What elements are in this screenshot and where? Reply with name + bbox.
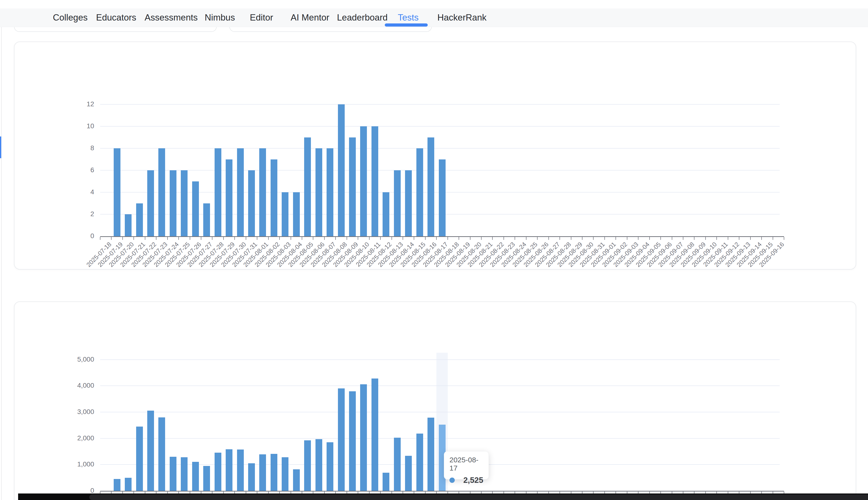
- tab-tests[interactable]: Tests: [398, 13, 419, 23]
- bar-2025-08-15[interactable]: [417, 434, 423, 491]
- bar-2025-08-06[interactable]: [316, 439, 322, 491]
- bar-2025-08-04[interactable]: [293, 469, 300, 491]
- bar-2025-08-13[interactable]: [394, 438, 401, 491]
- bar-2025-07-21[interactable]: [136, 427, 143, 491]
- tab-editor[interactable]: Editor: [250, 13, 273, 23]
- bar-2025-08-07[interactable]: [327, 442, 333, 491]
- left-scrollbar-track: [1, 27, 2, 500]
- bar-2025-07-30[interactable]: [237, 450, 244, 491]
- bar-2025-07-26[interactable]: [192, 462, 199, 491]
- bar-2025-07-22[interactable]: [147, 170, 154, 236]
- bar-2025-08-16[interactable]: [427, 418, 434, 491]
- bar-2025-08-09[interactable]: [349, 391, 356, 491]
- tab-ai-mentor[interactable]: AI Mentor: [291, 13, 329, 23]
- bar-2025-08-11[interactable]: [372, 126, 378, 236]
- bar-2025-08-04[interactable]: [293, 192, 300, 236]
- bar-2025-07-24[interactable]: [170, 457, 176, 491]
- bar-2025-07-23[interactable]: [159, 148, 165, 236]
- bar-2025-07-19[interactable]: [114, 479, 120, 491]
- tab-hackerrank[interactable]: HackerRank: [437, 13, 486, 23]
- bar-2025-07-31[interactable]: [248, 170, 255, 236]
- bar-2025-07-27[interactable]: [203, 466, 210, 491]
- bar-2025-08-10[interactable]: [360, 384, 367, 491]
- tab-assessments[interactable]: Assessments: [144, 13, 198, 23]
- bar-2025-07-28[interactable]: [214, 453, 221, 491]
- bar-2025-08-16[interactable]: [427, 137, 434, 237]
- tab-educators[interactable]: Educators: [96, 13, 137, 23]
- bar-2025-07-19[interactable]: [114, 148, 120, 236]
- bar-2025-08-17[interactable]: [439, 159, 446, 237]
- bar-2025-07-24[interactable]: [170, 170, 176, 236]
- bar-2025-08-12[interactable]: [383, 192, 389, 236]
- bar-2025-08-02[interactable]: [271, 159, 277, 237]
- bar-2025-07-28[interactable]: [214, 148, 221, 236]
- bar-2025-07-22[interactable]: [147, 411, 154, 491]
- tab-colleges[interactable]: Colleges: [53, 13, 87, 23]
- top-navbar: CollegesEducatorsAssessmentsNimbusEditor…: [0, 9, 868, 27]
- tooltip-value: 2,525: [463, 476, 483, 485]
- bar-2025-07-29[interactable]: [226, 449, 233, 491]
- page-root: CollegesEducatorsAssessmentsNimbusEditor…: [0, 0, 868, 500]
- bar-2025-08-05[interactable]: [304, 440, 311, 491]
- bar-2025-07-21[interactable]: [136, 203, 143, 237]
- bar-2025-08-12[interactable]: [383, 473, 389, 491]
- bar-2025-08-14[interactable]: [405, 456, 412, 491]
- bar-2025-08-07[interactable]: [327, 148, 333, 236]
- tooltip-date: 2025-08-17: [449, 456, 483, 472]
- chart-tooltip: 2025-08-17 2,525: [444, 451, 489, 479]
- left-scrollbar-thumb[interactable]: [0, 136, 1, 158]
- bar-2025-08-03[interactable]: [282, 457, 289, 491]
- bar-2025-07-25[interactable]: [181, 170, 188, 236]
- tab-leaderboard[interactable]: Leaderboard: [337, 13, 388, 23]
- bar-2025-08-01[interactable]: [259, 454, 266, 491]
- series-dot-icon: [449, 478, 455, 483]
- tab-nimbus[interactable]: Nimbus: [205, 13, 235, 23]
- bar-2025-08-01[interactable]: [259, 148, 266, 236]
- bar-2025-07-20[interactable]: [125, 214, 131, 236]
- bar-2025-08-08[interactable]: [338, 388, 345, 491]
- bar-2025-07-26[interactable]: [192, 181, 199, 237]
- bar-2025-08-02[interactable]: [271, 454, 277, 491]
- bar-2025-08-09[interactable]: [349, 137, 356, 237]
- bar-2025-07-31[interactable]: [248, 463, 255, 491]
- bar-2025-08-11[interactable]: [372, 378, 378, 491]
- bar-2025-08-13[interactable]: [394, 170, 401, 236]
- bar-2025-08-15[interactable]: [417, 148, 423, 236]
- bar-2025-08-06[interactable]: [316, 148, 322, 236]
- bar-2025-08-05[interactable]: [304, 137, 311, 237]
- bar-2025-08-03[interactable]: [282, 192, 289, 236]
- bar-2025-07-20[interactable]: [125, 478, 131, 491]
- bar-2025-07-30[interactable]: [237, 148, 244, 236]
- bar-2025-07-23[interactable]: [159, 417, 165, 491]
- active-tab-indicator: [385, 23, 428, 26]
- bar-2025-08-14[interactable]: [405, 170, 412, 236]
- bottom-scrollbar-track[interactable]: [18, 493, 868, 500]
- bar-2025-07-29[interactable]: [226, 159, 233, 237]
- bottom-scrollbar-thumb[interactable]: [89, 495, 868, 500]
- bar-2025-08-08[interactable]: [338, 104, 345, 236]
- bar-2025-08-10[interactable]: [360, 126, 367, 236]
- bar-2025-07-27[interactable]: [203, 203, 210, 237]
- bar-2025-07-25[interactable]: [181, 457, 188, 491]
